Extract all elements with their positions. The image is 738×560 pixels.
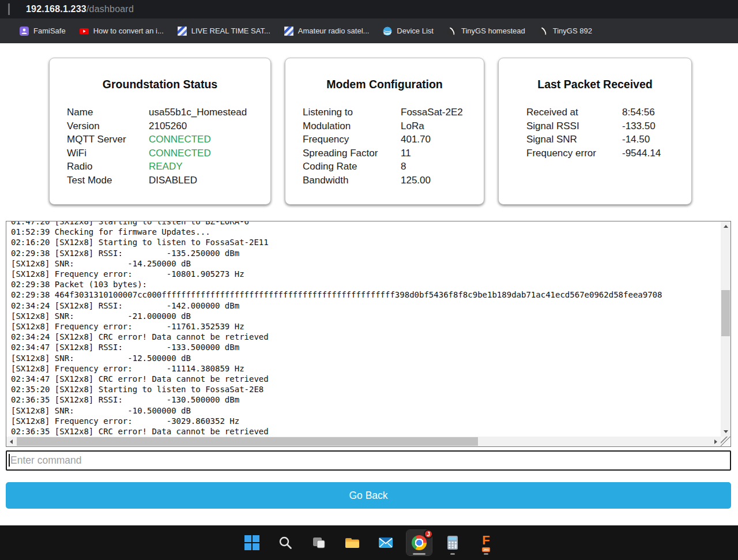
- bookmark-famisafe[interactable]: FamiSafe: [13, 24, 73, 38]
- horizontal-scrollbar[interactable]: [6, 437, 721, 446]
- bookmark-label: LIVE REAL TIME SAT...: [191, 27, 270, 35]
- modem-row-listening: Listening toFossaSat-2E2: [303, 106, 484, 119]
- scroll-down-button[interactable]: [721, 427, 731, 437]
- file-explorer-icon: [344, 535, 360, 551]
- globe-icon: [539, 27, 548, 36]
- bookmark-label: TinyGS homestead: [461, 27, 525, 35]
- url-bar-cursor: [8, 3, 10, 15]
- calculator-icon: [445, 535, 460, 550]
- bookmark-how-to-convert[interactable]: How to convert an i...: [73, 24, 171, 38]
- bookmark-amateur-radio-sat[interactable]: Amateur radio satel...: [277, 24, 376, 38]
- url-text[interactable]: 192.168.1.233/dashboard: [26, 4, 134, 14]
- bookmark-tinygs-892[interactable]: TinyGS 892: [532, 24, 599, 38]
- status-badge: CONNECTED: [149, 133, 211, 146]
- last-packet-card: Last Packet Received Received at8:54:56 …: [498, 58, 692, 205]
- card-title: Modem Configuration: [285, 78, 484, 91]
- packet-row-rssi: Signal RSSI-133.50: [526, 119, 691, 133]
- search-icon: [278, 535, 293, 550]
- globe-icon: [447, 27, 457, 36]
- scroll-left-button[interactable]: [6, 437, 16, 446]
- windows-taskbar: J F 360: [0, 525, 738, 560]
- gs-row-testmode: Test ModeDISABLED: [67, 174, 270, 187]
- file-explorer-button[interactable]: [340, 530, 365, 555]
- scroll-up-button[interactable]: [721, 221, 731, 231]
- status-badge: READY: [149, 160, 183, 174]
- task-view-icon: [311, 535, 326, 550]
- mail-button[interactable]: [373, 530, 398, 555]
- resize-grip[interactable]: [721, 437, 731, 446]
- gs-row-mqtt: MQTT ServerCONNECTED: [67, 133, 270, 146]
- calculator-running-indicator: [450, 553, 455, 555]
- go-back-button[interactable]: Go Back: [6, 482, 731, 509]
- url-path: /dashboard: [86, 4, 134, 14]
- bookmark-label: Amateur radio satel...: [298, 27, 370, 35]
- url-host: 192.168.1.233: [26, 4, 86, 14]
- fusion-360-running-indicator: [484, 553, 488, 555]
- card-title: Groundstation Status: [50, 78, 270, 91]
- chrome-button[interactable]: J: [406, 530, 432, 555]
- youtube-icon: [80, 27, 89, 36]
- start-button[interactable]: [239, 530, 265, 555]
- chrome-active-indicator: [413, 553, 426, 555]
- status-badge: CONNECTED: [149, 146, 211, 160]
- bookmarks-bar: FamiSafe How to convert an i... LIVE REA…: [0, 18, 738, 43]
- modem-row-cr: Coding Rate8: [303, 160, 484, 174]
- text-caret: [9, 454, 10, 467]
- chrome-profile-badge: J: [424, 529, 433, 539]
- calculator-button[interactable]: [440, 530, 465, 555]
- bookmark-device-list[interactable]: Device List: [376, 24, 440, 38]
- horizontal-scrollbar-thumb[interactable]: [17, 437, 478, 446]
- modem-row-frequency: Frequency401.70: [303, 133, 484, 146]
- modem-configuration-card: Modem Configuration Listening toFossaSat…: [285, 58, 484, 205]
- task-view-button[interactable]: [306, 530, 332, 555]
- bookmark-label: FamiSafe: [33, 27, 66, 35]
- browser-url-bar[interactable]: 192.168.1.233/dashboard: [0, 0, 738, 18]
- gs-row-name: Nameusa55b1c_Homestead: [67, 106, 270, 119]
- att-globe-icon: [383, 27, 392, 36]
- search-button[interactable]: [273, 530, 298, 555]
- bookmark-label: How to convert an i...: [93, 27, 164, 35]
- console-log-text: 01:47:20 [SX12x8] Starting to listen to …: [11, 221, 731, 437]
- fusion-360-button[interactable]: F 360: [473, 530, 499, 555]
- satellite-site-icon: [284, 27, 293, 36]
- bookmark-label: TinyGS 892: [553, 27, 592, 35]
- fusion-360-icon: F 360: [482, 534, 490, 552]
- vertical-scrollbar[interactable]: [721, 221, 731, 437]
- console-log-textarea[interactable]: 01:47:20 [SX12x8] Starting to listen to …: [6, 221, 731, 447]
- packet-row-received: Received at8:54:56: [526, 106, 691, 119]
- modem-row-sf: Spreading Factor11: [303, 146, 484, 160]
- gs-row-version: Version2105260: [67, 119, 270, 133]
- windows-start-icon: [244, 535, 259, 550]
- modem-row-modulation: ModulationLoRa: [303, 119, 484, 133]
- famisafe-icon: [20, 27, 29, 36]
- vertical-scrollbar-thumb[interactable]: [721, 290, 730, 336]
- groundstation-status-card: Groundstation Status Nameusa55b1c_Homest…: [49, 58, 271, 205]
- gs-row-wifi: WiFiCONNECTED: [67, 146, 270, 160]
- packet-row-freqerr: Frequency error-9544.14: [526, 146, 691, 160]
- scroll-right-button[interactable]: [711, 437, 721, 446]
- chrome-icon: [412, 535, 427, 550]
- bookmark-tinygs-homestead[interactable]: TinyGS homestead: [440, 24, 532, 38]
- gs-row-radio: RadioREADY: [67, 160, 270, 174]
- mail-icon: [378, 535, 394, 551]
- packet-row-snr: Signal SNR-14.50: [526, 133, 691, 146]
- modem-row-bw: Bandwidth125.00: [303, 174, 484, 187]
- card-title: Last Packet Received: [499, 78, 691, 91]
- bookmark-live-real-time-sat[interactable]: LIVE REAL TIME SAT...: [171, 24, 277, 38]
- status-cards-row: Groundstation Status Nameusa55b1c_Homest…: [49, 58, 692, 205]
- command-input-wrap: [6, 450, 731, 471]
- satellite-site-icon: [178, 27, 187, 36]
- command-input[interactable]: [6, 450, 731, 471]
- bookmark-label: Device List: [397, 27, 434, 35]
